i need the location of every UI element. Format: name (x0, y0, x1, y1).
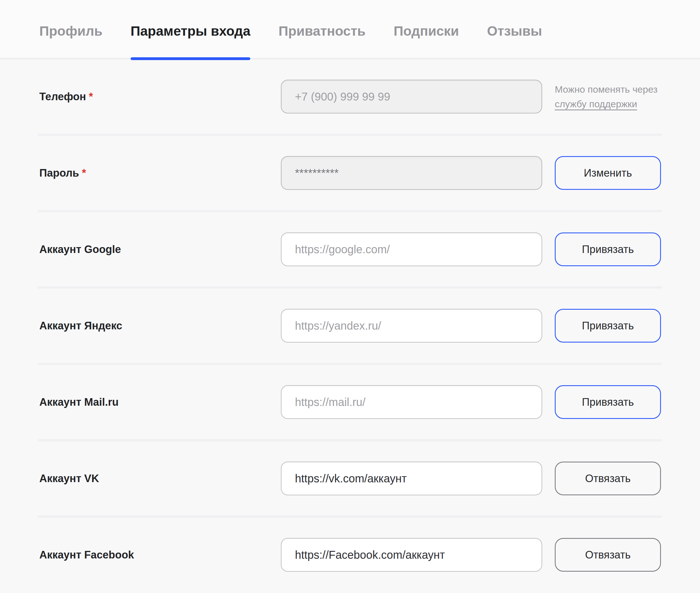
mailru-account-row: Аккаунт Mail.ru Привязать (0, 365, 700, 439)
password-input (281, 156, 542, 190)
yandex-account-input[interactable] (281, 309, 542, 343)
facebook-account-row: Аккаунт Facebook Отвязать (0, 518, 700, 592)
link-google-button[interactable]: Привязать (555, 233, 661, 266)
vk-account-row: Аккаунт VK Отвязать (0, 441, 700, 515)
facebook-account-label: Аккаунт Facebook (39, 549, 268, 561)
unlink-vk-button[interactable]: Отвязать (555, 462, 661, 495)
phone-row: Телефон* Можно поменять через службу под… (0, 60, 700, 134)
vk-account-input[interactable] (281, 462, 542, 495)
yandex-account-label: Аккаунт Яндекс (39, 320, 268, 332)
row-divider (38, 134, 662, 136)
change-password-button[interactable]: Изменить (555, 156, 661, 190)
yandex-account-row: Аккаунт Яндекс Привязать (0, 289, 700, 363)
row-divider (38, 210, 662, 212)
tab-profile[interactable]: Профиль (39, 0, 103, 58)
mailru-account-input[interactable] (281, 385, 542, 419)
google-account-row: Аккаунт Google Привязать (0, 212, 700, 286)
google-account-input[interactable] (281, 233, 542, 266)
row-divider (38, 439, 662, 441)
link-mailru-button[interactable]: Привязать (555, 385, 661, 419)
support-service-link[interactable]: службу поддержки (555, 96, 658, 111)
row-divider (38, 286, 662, 289)
tab-login-settings[interactable]: Параметры входа (131, 0, 251, 58)
required-asterisk: * (89, 91, 93, 103)
unlink-facebook-button[interactable]: Отвязать (555, 538, 661, 572)
link-yandex-button[interactable]: Привязать (555, 309, 661, 343)
google-account-label: Аккаунт Google (39, 243, 268, 255)
row-divider (38, 363, 662, 365)
password-label: Пароль* (39, 167, 268, 179)
facebook-account-input[interactable] (281, 538, 542, 572)
tab-privacy[interactable]: Приватность (279, 0, 365, 58)
tab-subscriptions[interactable]: Подписки (394, 0, 459, 58)
phone-input (281, 80, 542, 113)
settings-tabbar: Профиль Параметры входа Приватность Подп… (0, 0, 700, 60)
note-text: Можно поменять через (555, 82, 658, 96)
row-divider (38, 515, 662, 518)
tab-reviews[interactable]: Отзывы (487, 0, 542, 58)
mailru-account-label: Аккаунт Mail.ru (39, 396, 268, 408)
required-asterisk: * (82, 167, 86, 179)
vk-account-label: Аккаунт VK (39, 473, 268, 485)
phone-change-note: Можно поменять через службу поддержки (555, 82, 658, 111)
phone-label: Телефон* (39, 91, 268, 103)
password-row: Пароль* Изменить (0, 136, 700, 210)
